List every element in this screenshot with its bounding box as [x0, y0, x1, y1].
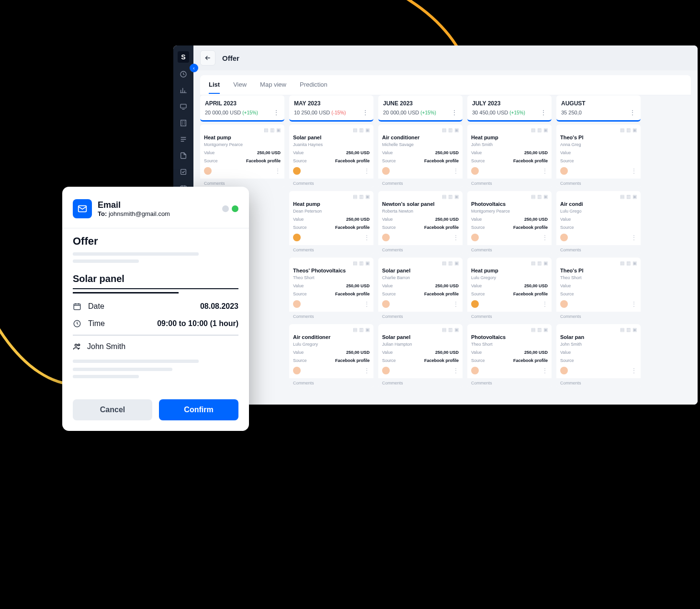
card-title: Heat pump	[204, 135, 281, 140]
tab-prediction[interactable]: Prediction	[300, 76, 327, 94]
offer-card[interactable]: ▤▥▣Solar panJohn SmithValueSource⋮Commen…	[556, 324, 641, 388]
card-menu-icon[interactable]: ⋮	[631, 234, 637, 241]
app-logo[interactable]: S	[178, 51, 189, 63]
nav-analytics-icon[interactable]	[179, 86, 188, 95]
column-menu-icon[interactable]: ⋮	[451, 110, 458, 115]
note-icon: ▣	[632, 260, 637, 266]
offer-card[interactable]: ▤▥▣Heat pumpJohn SmithValue250,00 USDSou…	[467, 124, 552, 188]
offer-card[interactable]: ▤▥▣PhotovoltaicsTheo ShortValue250,00 US…	[467, 324, 552, 388]
card-comments[interactable]: Comments	[556, 245, 641, 255]
offer-card[interactable]: ▤▥▣Solar panelJulian HamptonValue250,00 …	[378, 324, 463, 388]
card-menu-icon[interactable]: ⋮	[631, 301, 637, 307]
card-comments[interactable]: Comments	[289, 179, 373, 188]
note-icon: ▣	[365, 127, 370, 133]
nav-building-icon[interactable]	[179, 118, 188, 128]
note-icon: ▣	[365, 327, 370, 332]
card-top-icons: ▤▥▣	[471, 127, 548, 133]
card-comments[interactable]: Comments	[467, 378, 552, 388]
offer-card[interactable]: ▤▥▣Solar panelCharlie BarronValue250,00 …	[378, 258, 463, 321]
card-source-label: Source	[560, 225, 574, 230]
card-comments[interactable]: Comments	[378, 245, 463, 255]
note-icon: ▣	[632, 194, 637, 199]
card-menu-icon[interactable]: ⋮	[453, 168, 459, 174]
card-value: 250,00 USD	[257, 150, 281, 155]
sidebar-collapse-button[interactable]: ‹	[190, 64, 198, 72]
confirm-button[interactable]: Confirm	[159, 399, 238, 420]
card-comments[interactable]: Comments	[467, 312, 552, 321]
card-value-label: Value	[560, 283, 571, 288]
card-menu-icon[interactable]: ⋮	[542, 367, 548, 374]
card-value-label: Value	[471, 350, 482, 355]
card-menu-icon[interactable]: ⋮	[631, 367, 637, 374]
card-menu-icon[interactable]: ⋮	[364, 301, 370, 307]
card-comments[interactable]: Comments	[378, 378, 463, 388]
column-total: 20 000,00 USD (+15%)	[383, 110, 436, 115]
note-icon: ▣	[365, 260, 370, 266]
nav-check-icon[interactable]	[179, 167, 188, 177]
column-menu-icon[interactable]: ⋮	[540, 110, 547, 115]
column-total: 35 250,0	[561, 110, 582, 115]
card-avatar	[293, 367, 301, 374]
offer-card[interactable]: ▤▥▣Theo's PlTheo ShortValueSource⋮Commen…	[556, 258, 641, 321]
offer-card[interactable]: ▤▥▣Air conditionerMichelle SavageValue25…	[378, 124, 463, 188]
card-comments[interactable]: Comments	[467, 179, 552, 188]
card-comments[interactable]: Comments	[556, 378, 641, 388]
cancel-button[interactable]: Cancel	[73, 399, 152, 420]
card-avatar	[471, 167, 479, 175]
kanban-column: JUNE 202320 000,00 USD (+15%)⋮▤▥▣Air con…	[378, 95, 463, 399]
offer-card[interactable]: ▤▥▣Theos' PhotovoltaicsTheo ShortValue25…	[289, 258, 373, 321]
card-menu-icon[interactable]: ⋮	[453, 367, 459, 374]
card-comments[interactable]: Comments	[378, 312, 463, 321]
offer-card[interactable]: ▤▥▣Heat pumpDean PetersonValue250,00 USD…	[289, 191, 373, 255]
offer-card[interactable]: ▤▥▣Air condiLulu GregoValueSource⋮Commen…	[556, 191, 641, 255]
offer-card[interactable]: ▤▥▣Newton's solar panelRoberta NewtonVal…	[378, 191, 463, 255]
card-comments[interactable]: Comments	[467, 245, 552, 255]
card-menu-icon[interactable]: ⋮	[631, 168, 637, 174]
card-menu-icon[interactable]: ⋮	[364, 367, 370, 374]
card-value: 250,00 USD	[524, 283, 548, 288]
card-comments[interactable]: Comments	[289, 245, 373, 255]
nav-dashboard-icon[interactable]	[179, 69, 188, 79]
back-button[interactable]	[200, 50, 215, 66]
card-menu-icon[interactable]: ⋮	[364, 168, 370, 174]
clipboard-icon: ▤	[531, 127, 535, 133]
offer-card[interactable]: ▤▥▣Heat pumpLulu GregoryValue250,00 USDS…	[467, 258, 552, 321]
card-comments[interactable]: Comments	[289, 312, 373, 321]
card-comments[interactable]: Comments	[289, 378, 373, 388]
note-icon: ▣	[276, 127, 281, 133]
clipboard-icon: ▤	[531, 327, 535, 332]
nav-list-icon[interactable]	[179, 135, 188, 144]
calendar-mini-icon: ▥	[359, 260, 363, 266]
offer-card[interactable]: ▤▥▣Heat pumpMontgomery PearceValue250,00…	[200, 124, 284, 188]
nav-monitor-icon[interactable]	[179, 102, 188, 112]
offer-card[interactable]: ▤▥▣PhotovoltaicsMontgomery PearceValue25…	[467, 191, 552, 255]
tab-view[interactable]: View	[233, 76, 247, 94]
column-menu-icon[interactable]: ⋮	[629, 110, 636, 115]
column-menu-icon[interactable]: ⋮	[273, 110, 280, 115]
card-menu-icon[interactable]: ⋮	[453, 234, 459, 241]
card-menu-icon[interactable]: ⋮	[542, 301, 548, 307]
offer-card[interactable]: ▤▥▣Theo's PlAnna GregValueSource⋮Comment…	[556, 124, 641, 188]
card-menu-icon[interactable]: ⋮	[275, 168, 281, 174]
card-menu-icon[interactable]: ⋮	[542, 234, 548, 241]
card-top-icons: ▤▥▣	[382, 260, 459, 266]
card-top-icons: ▤▥▣	[560, 127, 637, 133]
tab-list[interactable]: List	[209, 76, 220, 94]
offer-card[interactable]: ▤▥▣Solar panelJuanita HaynesValue250,00 …	[289, 124, 373, 188]
column-menu-icon[interactable]: ⋮	[362, 110, 369, 115]
card-comments[interactable]: Comments	[556, 179, 641, 188]
card-comments[interactable]: Comments	[378, 179, 463, 188]
card-value-label: Value	[382, 283, 393, 288]
card-menu-icon[interactable]: ⋮	[453, 301, 459, 307]
card-menu-icon[interactable]: ⋮	[364, 234, 370, 241]
offer-card[interactable]: ▤▥▣Air conditionerLulu GregoryValue250,0…	[289, 324, 373, 388]
card-menu-icon[interactable]: ⋮	[542, 168, 548, 174]
calendar-mini-icon: ▥	[448, 327, 452, 332]
tab-map-view[interactable]: Map view	[260, 76, 286, 94]
clipboard-icon: ▤	[442, 127, 446, 133]
card-source-label: Source	[293, 158, 307, 163]
card-comments[interactable]: Comments	[556, 312, 641, 321]
card-value-label: Value	[293, 150, 304, 155]
nav-document-icon[interactable]	[179, 151, 188, 160]
popup-heading: Offer	[73, 235, 238, 248]
